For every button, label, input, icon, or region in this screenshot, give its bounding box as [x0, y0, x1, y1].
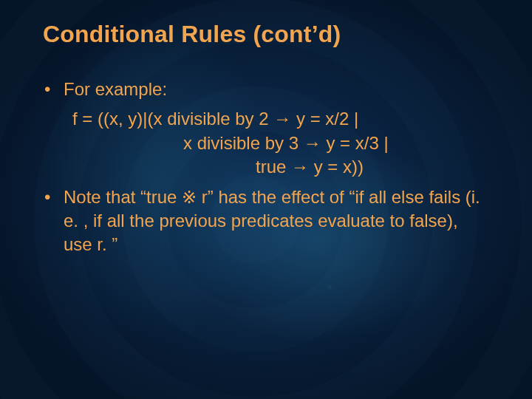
example-block: f = ((x, y)|(x divisible by 2 → y = x/2 … [72, 107, 489, 179]
bullet-list: For example: [43, 78, 489, 101]
slide: Conditional Rules (cont’d) For example: … [0, 0, 532, 399]
slide-content: For example: f = ((x, y)|(x divisible by… [43, 78, 489, 257]
example-line-1: f = ((x, y)|(x divisible by 2 → y = x/2 … [72, 107, 489, 131]
bullet-list-2: Note that “true ※ r” has the effect of “… [43, 185, 489, 257]
example-line-3: true → y = x)) [72, 155, 489, 179]
example-line-2: x divisible by 3 → y = x/3 | [72, 132, 489, 155]
slide-title: Conditional Rules (cont’d) [43, 21, 489, 48]
bullet-item-2: Note that “true ※ r” has the effect of “… [43, 185, 489, 257]
bullet-item-1: For example: [43, 78, 489, 101]
